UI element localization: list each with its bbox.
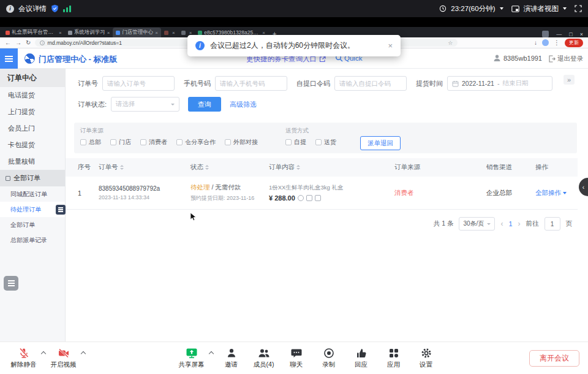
meeting-details-label[interactable]: 会议详情	[18, 4, 47, 13]
advanced-filter-link[interactable]: 高级筛选	[230, 100, 257, 109]
sidebar-drawer-handle[interactable]	[56, 205, 66, 215]
sort-icon[interactable]	[205, 165, 209, 170]
tab-close-icon[interactable]: ×	[172, 30, 175, 36]
start-video-button[interactable]: 开启视频	[47, 346, 80, 369]
forward-icon[interactable]: →	[15, 39, 21, 46]
members-button[interactable]: 成员(4)	[247, 346, 280, 369]
collapse-panel-button[interactable]: »	[564, 75, 575, 85]
sidebar-group-all-orders[interactable]: 全部订单	[0, 170, 65, 186]
goto-page-input[interactable]	[545, 217, 560, 231]
gift-icon[interactable]	[306, 195, 312, 201]
page-size-select[interactable]: 30条/页	[459, 217, 495, 231]
leave-meeting-button[interactable]: 离开会议	[529, 350, 579, 367]
browser-tab[interactable]: ×	[161, 28, 178, 37]
share-screen-button[interactable]: 共享屏幕	[175, 346, 208, 369]
sidebar-item-card-pickup[interactable]: 卡包提货	[0, 137, 65, 153]
goto-unit: 页	[566, 219, 573, 228]
reload-icon[interactable]: ↻	[26, 39, 31, 46]
order-price: ¥ 288.00	[269, 194, 295, 202]
browser-profile-icon[interactable]	[542, 31, 549, 37]
tab-close-icon[interactable]: ×	[107, 30, 110, 36]
share-options-chevron-icon[interactable]	[209, 351, 214, 356]
sidebar-item-all-orders[interactable]: 全部订单	[0, 217, 65, 232]
view-mode-label[interactable]: 演讲者视图	[524, 4, 559, 13]
back-icon[interactable]: ←	[5, 39, 11, 46]
order-no-input[interactable]	[102, 76, 175, 91]
checkbox-source-share-coop[interactable]: 仓分享合作	[176, 138, 216, 147]
window-close-icon[interactable]: ×	[580, 31, 583, 37]
orders-group-icon	[6, 176, 10, 181]
checkbox-self-pickup[interactable]: 自提	[285, 138, 306, 147]
col-source: 订单来源	[394, 163, 486, 172]
apps-button[interactable]: 应用	[377, 346, 410, 369]
current-page[interactable]: 1	[508, 220, 512, 227]
toast-close-icon[interactable]: ×	[388, 41, 393, 50]
checkbox-source-external[interactable]: 外部对接	[225, 138, 258, 147]
sidebar-item-member-visit[interactable]: 会员上门	[0, 120, 65, 137]
reactions-button[interactable]: 回应	[345, 346, 377, 369]
prev-page-button[interactable]: ‹	[500, 219, 503, 228]
checkbox-delivery[interactable]: 送货	[315, 138, 336, 147]
image-icon[interactable]	[298, 195, 304, 201]
col-content[interactable]: 订单内容	[269, 163, 394, 172]
sidebar-item-hq-dispatch-log[interactable]: 总部派单记录	[0, 232, 65, 248]
pickup-code-input[interactable]	[334, 76, 407, 91]
checkbox-source-consumer[interactable]: 消费者	[140, 138, 167, 147]
window-maximize-icon[interactable]: □	[569, 31, 572, 37]
browser-tab[interactable]: 礼盒票码平台管理中心 ×	[2, 28, 65, 37]
meeting-info-icon[interactable]: i	[6, 5, 14, 13]
search-button[interactable]: 查询	[188, 97, 221, 112]
menu-kebab-icon[interactable]: ⋮	[554, 39, 560, 46]
mic-options-chevron-icon[interactable]	[41, 351, 46, 356]
video-options-chevron-icon[interactable]	[81, 351, 86, 356]
phone-input[interactable]	[215, 76, 287, 91]
order-status-select[interactable]: 请选择	[111, 97, 179, 112]
phone-label: 手机号码	[184, 79, 211, 88]
user-menu[interactable]: 8385wb1991	[493, 54, 542, 62]
row-actions-dropdown[interactable]: 全部操作	[535, 189, 567, 197]
sort-icon[interactable]	[296, 165, 300, 170]
col-label: 订单号	[99, 163, 118, 172]
hamburger-icon	[5, 58, 13, 59]
cell-status: 待处理 / 无需付款 预约提货日期: 2023-11-16	[190, 183, 254, 202]
timer-caret-icon[interactable]	[500, 7, 503, 10]
invite-button[interactable]: 邀请	[215, 346, 247, 369]
chat-button[interactable]: 聊天	[280, 346, 312, 369]
settings-gear-icon	[420, 346, 432, 360]
bookmark-star-icon[interactable]: ☆	[448, 40, 453, 46]
menu-hamburger-button[interactable]	[0, 48, 18, 69]
view-caret-icon[interactable]	[563, 7, 567, 10]
settings-button[interactable]: 设置	[410, 346, 442, 369]
browser-update-badge[interactable]: 更新	[565, 39, 583, 47]
sidebar-item-door-pickup[interactable]: 上门提货	[0, 104, 65, 120]
date-range-picker[interactable]: 2022-11-21 - 结束日期	[447, 76, 552, 91]
dispatch-return-button[interactable]: 派单退回	[360, 136, 401, 150]
tab-close-icon[interactable]: ×	[59, 30, 62, 36]
record-button[interactable]: 录制	[312, 346, 345, 369]
status-sub: 预约提货日期: 2023-11-16	[190, 194, 254, 202]
chrome-profile-icon[interactable]	[542, 39, 549, 46]
checkbox-icon	[176, 139, 183, 145]
browser-tab-active[interactable]: 门店管理中心 ×	[113, 28, 161, 37]
quick-menu-widget[interactable]	[4, 276, 18, 291]
sidebar-item-phone-pickup[interactable]: 电话提货	[0, 87, 65, 104]
note-icon[interactable]	[315, 195, 321, 201]
tab-close-icon[interactable]: ×	[155, 30, 158, 36]
sidebar-item-city-delivery[interactable]: 同城配送订单	[0, 186, 65, 202]
download-icon[interactable]: ↓	[534, 39, 537, 46]
next-page-button[interactable]: ›	[518, 219, 521, 228]
security-shield-icon[interactable]	[51, 4, 59, 13]
unmute-button[interactable]: 解除静音	[7, 346, 40, 369]
sidebar-item-batch-verify[interactable]: 批量核销	[0, 153, 65, 170]
row-actions-label: 全部操作	[535, 189, 561, 197]
col-status[interactable]: 状态	[190, 163, 269, 172]
fullscreen-icon[interactable]	[575, 5, 582, 12]
window-minimize-icon[interactable]: —	[556, 31, 562, 37]
col-order-no[interactable]: 订单号	[99, 163, 190, 172]
logout-button[interactable]: 退出登录	[548, 55, 583, 63]
checkbox-source-hq[interactable]: 总部	[80, 138, 101, 147]
checkbox-source-store[interactable]: 门店	[110, 138, 131, 147]
sort-icon[interactable]	[120, 165, 124, 170]
browser-tab[interactable]: 系统培训学习 ×	[65, 28, 113, 37]
site-info-icon[interactable]: i	[40, 40, 45, 45]
